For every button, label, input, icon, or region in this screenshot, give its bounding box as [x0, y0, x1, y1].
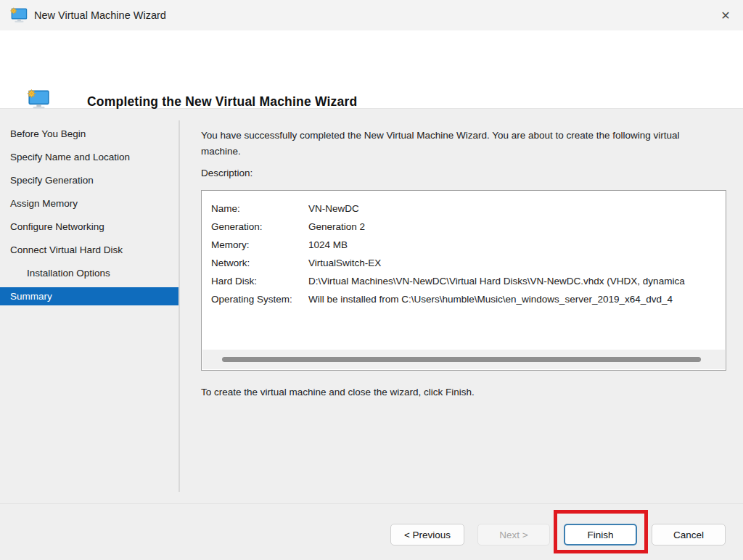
- page-title: Completing the New Virtual Machine Wizar…: [87, 94, 357, 110]
- finish-button[interactable]: Finish: [564, 524, 637, 545]
- sidebar-item-configure-networking[interactable]: Configure Networking: [0, 218, 179, 236]
- sidebar-item-specify-name-and-location[interactable]: Specify Name and Location: [0, 148, 179, 166]
- summary-label: Network:: [211, 258, 308, 268]
- summary-label: Name:: [211, 203, 308, 214]
- summary-row-operating-system: Operating System: Will be installed from…: [211, 290, 726, 308]
- previous-button[interactable]: < Previous: [390, 524, 464, 545]
- wizard-steps-sidebar: Before You Begin Specify Name and Locati…: [0, 125, 179, 310]
- sidebar-item-before-you-begin[interactable]: Before You Begin: [0, 125, 179, 143]
- sidebar-divider: [178, 120, 180, 492]
- summary-row-generation: Generation: Generation 2: [211, 218, 726, 236]
- summary-label: Memory:: [211, 239, 308, 250]
- summary-label: Hard Disk:: [211, 276, 308, 287]
- summary-value: Will be installed from C:\Users\humble\M…: [308, 294, 726, 305]
- summary-value: D:\Virtual Machines\VN-NewDC\Virtual Har…: [308, 276, 726, 287]
- next-button[interactable]: Next >: [477, 524, 550, 545]
- close-button[interactable]: ✕: [715, 6, 736, 25]
- summary-value: 1024 MB: [308, 239, 726, 250]
- summary-value: Generation 2: [308, 221, 726, 232]
- horizontal-scrollbar[interactable]: [202, 350, 725, 369]
- description-label: Description:: [201, 168, 253, 178]
- summary-rows: Name: VN-NewDC Generation: Generation 2 …: [202, 191, 726, 308]
- vm-wizard-icon: [9, 7, 28, 24]
- sidebar-item-connect-virtual-hard-disk[interactable]: Connect Virtual Hard Disk: [0, 241, 179, 259]
- scrollbar-thumb[interactable]: [222, 357, 701, 362]
- intro-text: You have successfully completed the New …: [201, 128, 693, 159]
- sidebar-item-summary[interactable]: Summary: [0, 287, 179, 305]
- summary-label: Operating System:: [211, 294, 308, 305]
- window-title: New Virtual Machine Wizard: [34, 9, 166, 21]
- vm-wizard-header-icon: [26, 88, 51, 110]
- sidebar-item-installation-options[interactable]: Installation Options: [0, 264, 179, 282]
- summary-row-hard-disk: Hard Disk: D:\Virtual Machines\VN-NewDC\…: [211, 272, 726, 290]
- cancel-button[interactable]: Cancel: [652, 524, 726, 545]
- footer-divider: [0, 503, 743, 504]
- title-bar: New Virtual Machine Wizard ✕: [0, 0, 743, 30]
- wizard-header: Completing the New Virtual Machine Wizar…: [0, 30, 743, 109]
- summary-row-memory: Memory: 1024 MB: [211, 236, 726, 254]
- sidebar-item-specify-generation[interactable]: Specify Generation: [0, 171, 179, 189]
- summary-row-name: Name: VN-NewDC: [211, 199, 726, 218]
- sidebar-item-assign-memory[interactable]: Assign Memory: [0, 194, 179, 213]
- summary-value: VirtualSwitch-EX: [308, 258, 726, 268]
- summary-value: VN-NewDC: [308, 203, 726, 214]
- summary-row-network: Network: VirtualSwitch-EX: [211, 254, 726, 272]
- summary-box: Name: VN-NewDC Generation: Generation 2 …: [201, 190, 726, 371]
- summary-label: Generation:: [211, 221, 308, 232]
- finish-instruction-text: To create the virtual machine and close …: [201, 387, 475, 398]
